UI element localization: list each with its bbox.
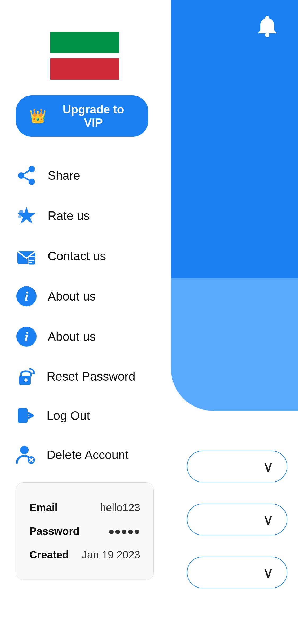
- mail-icon: [16, 245, 37, 267]
- dropdown-button-2[interactable]: ✓: [187, 504, 287, 535]
- chevron-down-icon-2: ✓: [263, 511, 274, 528]
- log-out-label: Log Out: [47, 408, 90, 423]
- svg-point-14: [24, 378, 28, 382]
- upgrade-vip-button[interactable]: 👑 Upgrade to VIP: [16, 95, 148, 137]
- info-icon-2: i: [16, 326, 37, 347]
- vip-button-label: Upgrade to VIP: [52, 103, 135, 129]
- rate-us-label: Rate us: [48, 209, 90, 223]
- flag-red-stripe: [50, 58, 119, 80]
- dropdown-button-1[interactable]: ✓: [187, 451, 287, 482]
- account-info-card: Email hello123 Password ●●●●● Created Ja…: [16, 482, 154, 580]
- share-icon: [16, 165, 37, 186]
- menu-item-reset-password[interactable]: Reset Password: [16, 357, 154, 396]
- about-us-2-label: About us: [48, 329, 96, 344]
- blue-lower-panel: [171, 278, 298, 411]
- lock-reset-icon: [16, 366, 36, 386]
- svg-point-17: [20, 446, 29, 454]
- menu-item-share[interactable]: Share: [16, 155, 154, 196]
- dropdown-button-3[interactable]: ✓: [187, 557, 287, 588]
- bell-icon[interactable]: [258, 16, 277, 41]
- menu-item-delete-account[interactable]: Delete Account: [16, 435, 154, 474]
- left-panel: 👑 Upgrade to VIP Share: [0, 0, 170, 644]
- info-circle-2: i: [16, 327, 37, 347]
- menu-item-contact-us[interactable]: Contact us: [16, 236, 154, 276]
- menu-item-rate-us[interactable]: Rate us: [16, 196, 154, 236]
- email-row: Email hello123: [29, 496, 140, 519]
- share-label: Share: [48, 168, 80, 183]
- reset-password-label: Reset Password: [47, 369, 135, 383]
- svg-marker-6: [17, 207, 35, 224]
- contact-us-label: Contact us: [48, 249, 106, 263]
- svg-point-2: [29, 179, 35, 185]
- svg-rect-10: [28, 257, 35, 265]
- created-value: Jan 19 2023: [82, 549, 140, 561]
- menu-item-about-us-2[interactable]: i About us: [16, 316, 154, 357]
- svg-line-4: [21, 169, 32, 175]
- svg-point-0: [265, 33, 269, 37]
- about-us-1-label: About us: [48, 289, 96, 303]
- svg-point-7: [19, 210, 23, 214]
- created-label: Created: [29, 549, 69, 561]
- info-circle-1: i: [16, 286, 37, 306]
- email-value: hello123: [100, 502, 140, 514]
- email-label: Email: [29, 502, 58, 514]
- logout-icon: [16, 405, 36, 426]
- flag-container: [16, 32, 154, 80]
- delete-account-icon: [16, 445, 36, 465]
- password-label: Password: [29, 525, 79, 537]
- password-value: ●●●●●: [108, 525, 140, 537]
- svg-point-8: [18, 215, 21, 218]
- password-row: Password ●●●●●: [29, 519, 140, 543]
- menu-list: Share Rate us: [16, 155, 154, 474]
- star-icon: [16, 205, 37, 226]
- chevron-down-icon-1: ✓: [263, 458, 274, 475]
- delete-account-label: Delete Account: [47, 448, 128, 462]
- crown-icon: 👑: [29, 108, 46, 124]
- chevron-down-icon-3: ✓: [263, 564, 274, 581]
- info-icon-1: i: [16, 286, 37, 307]
- created-row: Created Jan 19 2023: [29, 543, 140, 567]
- menu-item-log-out[interactable]: Log Out: [16, 396, 154, 435]
- menu-item-about-us-1[interactable]: i About us: [16, 276, 154, 316]
- flag-green-stripe: [50, 32, 119, 53]
- svg-line-5: [21, 175, 32, 182]
